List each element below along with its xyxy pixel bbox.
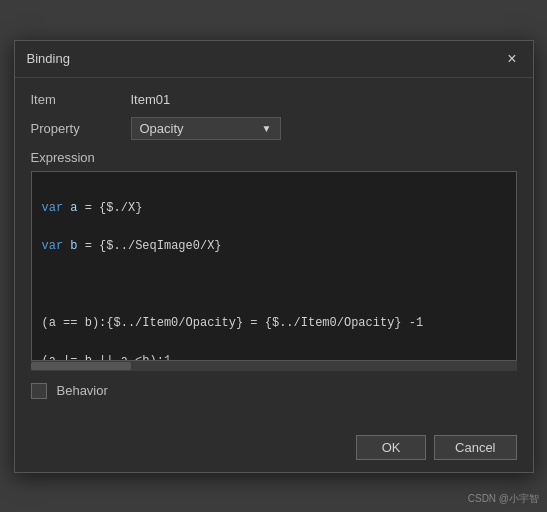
behavior-checkbox[interactable] [31,383,47,399]
code-editor-area: var a = {$./X} var b = {$../SeqImage0/X}… [31,171,517,371]
property-dropdown[interactable]: Opacity ▼ [131,117,281,140]
property-row: Property Opacity ▼ [31,117,517,140]
item-value: Item01 [131,92,171,107]
behavior-label: Behavior [57,383,108,398]
chevron-down-icon: ▼ [262,123,272,134]
horizontal-scrollbar[interactable] [31,361,517,371]
cancel-button[interactable]: Cancel [434,435,516,460]
code-line-3 [42,275,506,294]
watermark: CSDN @小宇智 [468,492,539,506]
dropdown-text: Opacity [140,121,254,136]
item-row: Item Item01 [31,92,517,107]
code-line-5: (a != b || a <b):1 [42,352,506,360]
code-line-1: var a = {$./X} [42,199,506,218]
behavior-row: Behavior [31,383,517,399]
code-line-4: (a == b):{$../Item0/Opacity} = {$../Item… [42,314,506,333]
dialog-footer: OK Cancel [15,427,533,472]
dialog-title: Binding [27,51,70,66]
dialog-content: Item Item01 Property Opacity ▼ Expressio… [15,78,533,427]
close-button[interactable]: × [503,49,520,69]
scroll-thumb[interactable] [31,362,131,370]
item-label: Item [31,92,131,107]
ok-button[interactable]: OK [356,435,426,460]
code-line-2: var b = {$../SeqImage0/X} [42,237,506,256]
binding-dialog: Binding × Item Item01 Property Opacity ▼… [14,40,534,473]
property-label: Property [31,121,131,136]
expression-label: Expression [31,150,517,165]
expression-editor[interactable]: var a = {$./X} var b = {$../SeqImage0/X}… [31,171,517,361]
title-bar: Binding × [15,41,533,78]
